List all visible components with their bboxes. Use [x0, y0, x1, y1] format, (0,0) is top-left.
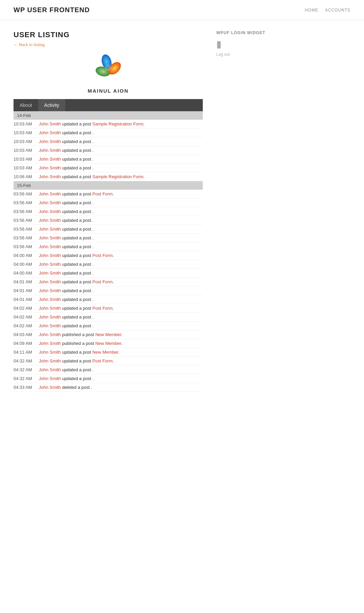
- activity-user[interactable]: John Smith: [39, 165, 61, 170]
- nav-home[interactable]: HOME: [305, 8, 318, 13]
- activity-user[interactable]: John Smith: [39, 297, 61, 302]
- activity-user[interactable]: John Smith: [39, 350, 61, 355]
- activity-time: 03:56 AM: [14, 244, 39, 249]
- activity-time: 04:03 AM: [14, 332, 39, 337]
- activity-time: 04:01 AM: [14, 279, 39, 284]
- activity-text: John Smith updated a post .: [39, 323, 94, 328]
- activity-user[interactable]: John Smith: [39, 323, 61, 328]
- list-item: 10:03 AMJohn Smith updated a post .: [14, 164, 203, 172]
- activity-user[interactable]: John Smith: [39, 130, 61, 135]
- activity-user[interactable]: John Smith: [39, 191, 61, 196]
- back-link[interactable]: ← Back to listing: [14, 42, 45, 47]
- list-item: 04:00 AMJohn Smith updated a post .: [14, 260, 203, 269]
- activity-user[interactable]: John Smith: [39, 376, 61, 381]
- activity-text: John Smith updated a post Post Form.: [39, 253, 114, 258]
- list-item: 04:11 AMJohn Smith updated a post New Me…: [14, 348, 203, 357]
- sidebar: WPUF LOGIN WIDGET ▮ Log out: [216, 30, 277, 392]
- activity-user[interactable]: John Smith: [39, 262, 61, 267]
- list-item: 10:03 AMJohn Smith updated a post .: [14, 137, 203, 146]
- activity-text: John Smith updated a post .: [39, 218, 94, 223]
- nav-accounts[interactable]: ACCOUNTS: [325, 8, 350, 13]
- activity-user[interactable]: John Smith: [39, 148, 61, 153]
- activity-time: 04:01 AM: [14, 297, 39, 302]
- activity-time: 04:02 AM: [14, 306, 39, 311]
- list-item: 10:03 AMJohn Smith updated a post .: [14, 146, 203, 155]
- activity-post-link[interactable]: New Member: [95, 332, 121, 337]
- list-item: 04:32 AMJohn Smith updated a post .: [14, 366, 203, 374]
- activity-user[interactable]: John Smith: [39, 227, 61, 232]
- activity-post-link[interactable]: Post Form: [92, 279, 113, 284]
- activity-user[interactable]: John Smith: [39, 174, 61, 179]
- list-item: 03:56 AMJohn Smith updated a post .: [14, 242, 203, 251]
- activity-user[interactable]: John Smith: [39, 358, 61, 363]
- activity-text: John Smith updated a post .: [39, 227, 94, 232]
- activity-user[interactable]: John Smith: [39, 332, 61, 337]
- activity-time: 10:03 AM: [14, 121, 39, 126]
- activity-user[interactable]: John Smith: [39, 218, 61, 223]
- activity-text: John Smith updated a post .: [39, 270, 94, 276]
- activity-text: John Smith updated a post .: [39, 130, 94, 135]
- activity-user[interactable]: John Smith: [39, 157, 61, 162]
- activity-post-link[interactable]: Sample Registration Form: [92, 121, 143, 126]
- list-item: 04:02 AMJohn Smith updated a post .: [14, 322, 203, 330]
- activity-text: John Smith updated a post .: [39, 244, 94, 249]
- activity-text: John Smith updated a post .: [39, 235, 94, 240]
- list-item: 04:01 AMJohn Smith updated a post .: [14, 295, 203, 304]
- activity-time: 04:02 AM: [14, 314, 39, 320]
- site-title: WP USER FRONTEND: [14, 6, 90, 14]
- activity-text: John Smith updated a post New Member.: [39, 350, 120, 355]
- activity-user[interactable]: John Smith: [39, 314, 61, 320]
- activity-post-link[interactable]: Sample Registration Form: [92, 174, 143, 179]
- logout-link[interactable]: Log out: [216, 52, 230, 57]
- activity-text: John Smith updated a post Post Form.: [39, 358, 114, 363]
- activity-user[interactable]: John Smith: [39, 121, 61, 126]
- activity-time: 10:03 AM: [14, 130, 39, 135]
- activity-user[interactable]: John Smith: [39, 270, 61, 276]
- activity-text: John Smith published a post New Member.: [39, 332, 122, 337]
- activity-user[interactable]: John Smith: [39, 200, 61, 205]
- activity-date-header: 14-Feb: [14, 111, 203, 120]
- activity-post-link[interactable]: Post Form: [92, 253, 113, 258]
- activity-user[interactable]: John Smith: [39, 288, 61, 293]
- activity-time: 04:00 AM: [14, 270, 39, 276]
- list-item: 10:03 AMJohn Smith updated a post Sample…: [14, 120, 203, 128]
- activity-post-link[interactable]: Post Form: [92, 358, 113, 363]
- activity-time: 03:56 AM: [14, 227, 39, 232]
- activity-user[interactable]: John Smith: [39, 367, 61, 372]
- activity-user[interactable]: John Smith: [39, 341, 61, 346]
- activity-time: 04:00 AM: [14, 262, 39, 267]
- activity-user[interactable]: John Smith: [39, 385, 61, 390]
- activity-text: John Smith updated a post Post Form.: [39, 306, 114, 311]
- list-item: 03:56 AMJohn Smith updated a post .: [14, 216, 203, 225]
- list-item: 04:00 AMJohn Smith updated a post Post F…: [14, 251, 203, 260]
- activity-time: 03:56 AM: [14, 200, 39, 205]
- activity-container: 14-Feb10:03 AMJohn Smith updated a post …: [14, 111, 203, 392]
- activity-post-link[interactable]: Post Form: [92, 306, 113, 311]
- activity-user[interactable]: John Smith: [39, 244, 61, 249]
- list-item: 03:56 AMJohn Smith updated a post Post F…: [14, 190, 203, 198]
- list-item: 04:02 AMJohn Smith updated a post .: [14, 313, 203, 322]
- activity-user[interactable]: John Smith: [39, 253, 61, 258]
- activity-user[interactable]: John Smith: [39, 139, 61, 144]
- activity-user[interactable]: John Smith: [39, 279, 61, 284]
- activity-post-link[interactable]: New Member: [92, 350, 118, 355]
- activity-user[interactable]: John Smith: [39, 235, 61, 240]
- activity-time: 10:03 AM: [14, 165, 39, 170]
- activity-time: 10:03 AM: [14, 139, 39, 144]
- activity-list: 03:56 AMJohn Smith updated a post Post F…: [14, 190, 203, 392]
- activity-text: John Smith published a post New Member.: [39, 341, 122, 346]
- activity-time: 10:03 AM: [14, 157, 39, 162]
- activity-user[interactable]: John Smith: [39, 209, 61, 214]
- activity-text: John Smith updated a post .: [39, 157, 94, 162]
- activity-time: 03:56 AM: [14, 209, 39, 214]
- tab-activity[interactable]: Activity: [38, 99, 65, 111]
- activity-user[interactable]: John Smith: [39, 306, 61, 311]
- activity-post-link[interactable]: Post Form: [92, 191, 113, 196]
- activity-time: 10:03 AM: [14, 148, 39, 153]
- activity-post-link[interactable]: New Member: [95, 341, 121, 346]
- activity-time: 04:01 AM: [14, 288, 39, 293]
- activity-text: John Smith updated a post .: [39, 314, 94, 320]
- activity-time: 04:32 AM: [14, 358, 39, 363]
- tab-about[interactable]: About: [14, 99, 38, 111]
- list-item: 04:03 AMJohn Smith published a post New …: [14, 330, 203, 339]
